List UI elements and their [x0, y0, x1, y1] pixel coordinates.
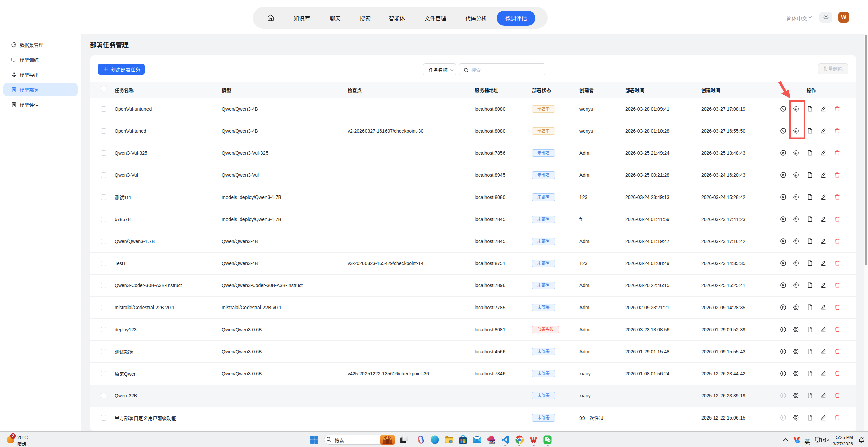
svg-text:M365: M365 — [489, 441, 495, 443]
svg-text:2: 2 — [12, 434, 14, 439]
